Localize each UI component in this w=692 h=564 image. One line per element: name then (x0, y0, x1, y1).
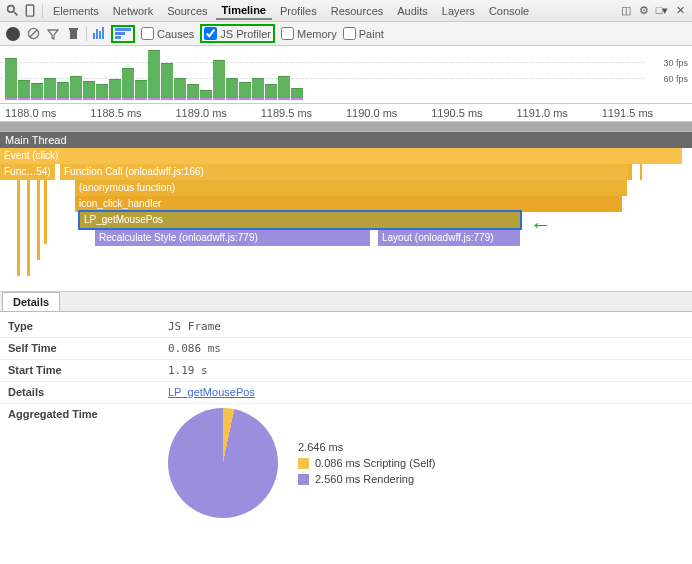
svg-rect-6 (69, 28, 78, 30)
search-icon[interactable] (4, 3, 20, 19)
svg-rect-5 (70, 30, 77, 39)
details-panel: TypeJS Frame Self Time0.086 ms Start Tim… (0, 312, 692, 530)
annotation-arrow-icon: ← (530, 212, 552, 238)
thread-header: Main Thread (0, 132, 692, 148)
fps-30-label: 30 fps (663, 58, 688, 68)
timeline-scrollbar[interactable] (0, 122, 692, 132)
causes-checkbox[interactable]: Causes (141, 27, 194, 40)
close-icon[interactable]: ✕ (672, 3, 688, 19)
gear-icon[interactable]: ⚙ (636, 3, 652, 19)
layout-bar[interactable]: Layout (onloadwff.js:779) (378, 230, 520, 246)
tab-profiles[interactable]: Profiles (274, 3, 323, 19)
selected-bar[interactable]: LP_getMousePos (80, 212, 520, 228)
legend-total: 2.646 ms (298, 441, 343, 453)
flame-chart[interactable]: Main Thread Event (click) Func…54) Funct… (0, 132, 692, 292)
view-bars-icon[interactable] (93, 27, 105, 41)
handler-bar[interactable]: icon_click_handler (75, 196, 622, 212)
function-call-bar[interactable]: Function Call (onloadwff.js:166) (60, 164, 632, 180)
js-profiler-checkbox[interactable]: JS Profiler (204, 27, 271, 40)
timeline-toolbar: Causes JS Profiler Memory Paint (0, 22, 692, 46)
device-icon[interactable] (22, 3, 38, 19)
memory-checkbox[interactable]: Memory (281, 27, 337, 40)
flame-view-toggle[interactable] (111, 25, 135, 43)
dock-icon[interactable]: □▾ (654, 3, 670, 19)
pie-legend: 2.646 ms 0.086 ms Scripting (Self) 2.560… (298, 437, 435, 489)
paint-checkbox[interactable]: Paint (343, 27, 384, 40)
drawer-icon[interactable]: ◫ (618, 3, 634, 19)
svg-point-0 (7, 6, 14, 13)
type-label: Type (8, 320, 168, 333)
svg-rect-2 (26, 5, 33, 16)
svg-rect-7 (115, 28, 131, 31)
legend-swatch-rendering (298, 474, 309, 485)
svg-rect-9 (115, 36, 121, 39)
fps-overview[interactable]: 30 fps 60 fps (0, 46, 692, 104)
legend-swatch-scripting (298, 458, 309, 469)
tab-console[interactable]: Console (483, 3, 535, 19)
clear-icon[interactable] (26, 27, 40, 41)
details-tabbar: Details (0, 292, 692, 312)
svg-line-4 (29, 30, 36, 37)
event-click-bar[interactable]: Event (click) (0, 148, 682, 164)
main-toolbar: Elements Network Sources Timeline Profil… (0, 0, 692, 22)
trash-icon[interactable] (66, 27, 80, 41)
time-ruler: 1188.0 ms1188.5 ms 1189.0 ms1189.5 ms 11… (0, 104, 692, 122)
anon-bar[interactable]: (anonymous function) (75, 180, 627, 196)
recalc-style-bar[interactable]: Recalculate Style (onloadwff.js:779) (95, 230, 370, 246)
func-bar[interactable]: Func…54) (0, 164, 55, 180)
tab-layers[interactable]: Layers (436, 3, 481, 19)
tab-resources[interactable]: Resources (325, 3, 390, 19)
details-link[interactable]: LP_getMousePos (168, 386, 255, 398)
tab-network[interactable]: Network (107, 3, 159, 19)
tab-elements[interactable]: Elements (47, 3, 105, 19)
aggtime-label: Aggregated Time (8, 408, 168, 420)
fps-60-label: 60 fps (663, 74, 688, 84)
starttime-value: 1.19 s (168, 364, 684, 377)
starttime-label: Start Time (8, 364, 168, 377)
details-label: Details (8, 386, 168, 399)
svg-line-1 (14, 12, 17, 15)
details-tab[interactable]: Details (2, 292, 60, 311)
type-value: JS Frame (168, 320, 684, 333)
selftime-value: 0.086 ms (168, 342, 684, 355)
overview-bars (5, 48, 642, 98)
filter-icon[interactable] (46, 27, 60, 41)
js-profiler-highlight: JS Profiler (200, 24, 275, 43)
tab-timeline[interactable]: Timeline (216, 2, 272, 20)
selftime-label: Self Time (8, 342, 168, 355)
aggregated-pie-chart (168, 408, 278, 518)
svg-rect-8 (115, 32, 125, 35)
tab-sources[interactable]: Sources (161, 3, 213, 19)
tab-audits[interactable]: Audits (391, 3, 434, 19)
record-button[interactable] (6, 27, 20, 41)
